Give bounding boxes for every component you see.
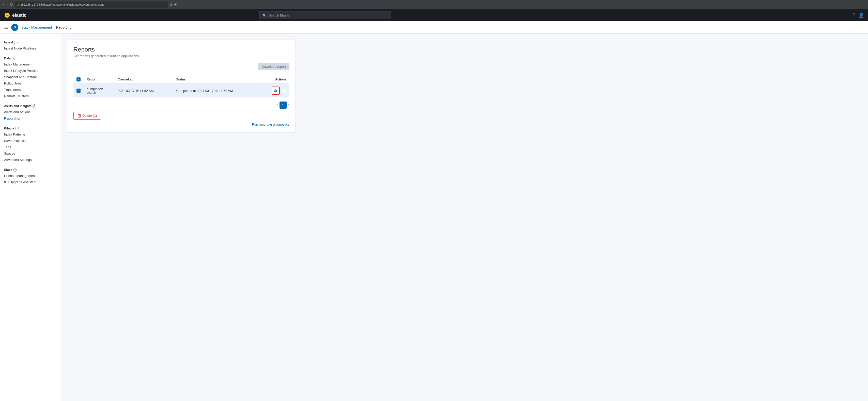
sidebar-section-title-data: Data ? (0, 55, 61, 61)
elastic-logo-icon: e (4, 12, 10, 18)
delete-icon (78, 114, 81, 118)
elastic-logo-text: elastic (12, 13, 26, 18)
reports-table: ✓ Report Created at Status Actions ✓ (73, 75, 289, 97)
sidebar-item-upgrade-assistant[interactable]: 8.0 Upgrade Assistant (0, 179, 61, 185)
breadcrumb-parent[interactable]: Stack Management (21, 25, 52, 29)
actions-container: i (264, 87, 286, 95)
security-warning-icon: ⚠ (17, 3, 20, 6)
row-download-button[interactable] (272, 87, 280, 95)
sidebar-section-stack: Stack ? License Management 8.0 Upgrade A… (0, 166, 61, 185)
breadcrumb-separator: / (54, 25, 55, 29)
download-report-button[interactable]: Download report (258, 63, 289, 70)
help-icon-kibana[interactable]: ? (15, 127, 19, 130)
delete-button[interactable]: Delete (1) (73, 112, 101, 120)
report-actions-cell: i (260, 84, 289, 97)
reports-title: Reports (73, 46, 289, 53)
sidebar-section-title-kibana: Kibana ? (0, 125, 61, 131)
url-bar[interactable]: ⚠ 192.168.1.171:5601/app/management/insi… (15, 2, 168, 8)
col-header-created-at: Created at (115, 75, 173, 84)
search-icon: 🔍 (262, 13, 267, 17)
row-checkbox[interactable]: ✓ (76, 89, 81, 93)
table-row: ✓ dumpindex search 2021-03-17 @ 11:52 AM… (73, 84, 289, 97)
diagnostics-link[interactable]: Run reporting diagnostics (73, 123, 289, 126)
svg-text:e: e (6, 14, 8, 17)
ext-icon-1: ⊕ (170, 3, 173, 7)
sidebar: Ingest ? Ingest Node Pipelines Data ? In… (0, 34, 61, 401)
kibana-topnav: e elastic 🔍 Search Elastic ? 👤 (0, 9, 868, 21)
sidebar-item-alerts-and-actions[interactable]: Alerts and Actions (0, 109, 61, 115)
pagination-page-1[interactable]: 1 (280, 102, 287, 109)
main-layout: Ingest ? Ingest Node Pipelines Data ? In… (0, 34, 868, 401)
elastic-logo[interactable]: e elastic (4, 12, 26, 18)
help-icon[interactable]: ? (853, 13, 855, 18)
report-name-secondary: search (87, 91, 112, 94)
ext-icon-2: ★ (174, 3, 177, 7)
browser-back[interactable]: ‹ (3, 3, 4, 7)
table-header-actions: Download report (73, 63, 289, 73)
sidebar-item-advanced-settings[interactable]: Advanced Settings (0, 157, 61, 163)
url-text: 192.168.1.171:5601/app/management/insigh… (21, 3, 104, 6)
sidebar-section-title-alerts: Alerts and Insights ? (0, 102, 61, 109)
report-name-cell: dumpindex search (84, 84, 115, 97)
pagination-next[interactable]: › (288, 103, 289, 107)
sidebar-item-spaces[interactable]: Spaces (0, 150, 61, 157)
sidebar-section-data: Data ? Index Management Index Lifecycle … (0, 55, 61, 99)
sidebar-item-ingest-node-pipelines[interactable]: Ingest Node Pipelines (0, 45, 61, 52)
search-placeholder: Search Elastic (269, 13, 290, 17)
help-icon-data[interactable]: ? (12, 57, 15, 60)
sidebar-item-index-lifecycle[interactable]: Index Lifecycle Policies (0, 68, 61, 74)
select-all-checkbox[interactable]: ✓ (76, 77, 81, 81)
sidebar-item-snapshot-restore[interactable]: Snapshot and Restore (0, 74, 61, 80)
sidebar-section-title-ingest: Ingest ? (0, 39, 61, 45)
download-icon (274, 89, 277, 92)
sidebar-section-kibana: Kibana ? Index Patterns Saved Objects Ta… (0, 125, 61, 163)
pagination-prev[interactable]: ‹ (276, 103, 278, 107)
topnav-right-icons: ? 👤 (853, 12, 864, 18)
sidebar-item-saved-objects[interactable]: Saved Objects (0, 138, 61, 144)
breadcrumb: Stack Management / Reporting (21, 25, 71, 29)
row-checkbox-cell: ✓ (73, 84, 84, 97)
content-area: Reports Get reports generated in Kibana … (61, 34, 868, 401)
user-icon[interactable]: 👤 (858, 12, 864, 18)
sidebar-item-remote-clusters[interactable]: Remote Clusters (0, 93, 61, 99)
search-bar[interactable]: 🔍 Search Elastic (259, 11, 391, 19)
sub-header: ☰ D Stack Management / Reporting (0, 21, 868, 34)
help-icon-stack[interactable]: ? (13, 168, 17, 172)
browser-refresh[interactable]: ↻ (10, 3, 13, 7)
help-icon-alerts[interactable]: ? (33, 104, 36, 108)
pagination: ‹ 1 › (73, 102, 289, 109)
reports-panel: Reports Get reports generated in Kibana … (67, 40, 296, 133)
col-header-report: Report (84, 75, 115, 84)
sidebar-item-reporting[interactable]: Reporting (0, 115, 61, 122)
col-header-checkbox: ✓ (73, 75, 84, 84)
sidebar-section-title-stack: Stack ? (0, 166, 61, 173)
breadcrumb-current: Reporting (56, 25, 72, 29)
reports-subtitle: Get reports generated in Kibana applicat… (73, 54, 289, 58)
col-header-actions: Actions (260, 75, 289, 84)
table-header-row: ✓ Report Created at Status Actions (73, 75, 289, 84)
report-name-primary: dumpindex (87, 87, 112, 91)
browser-forward[interactable]: › (6, 3, 8, 7)
report-created-at: 2021-03-17 @ 11:52 AM (115, 84, 173, 97)
sidebar-item-license-management[interactable]: License Management (0, 173, 61, 179)
sidebar-section-ingest: Ingest ? Ingest Node Pipelines (0, 39, 61, 52)
report-status: Completed at 2021-03-17 @ 11:52 AM (173, 84, 260, 97)
delete-button-label: Delete (1) (82, 114, 97, 118)
hamburger-menu[interactable]: ☰ (4, 25, 8, 30)
browser-chrome: ‹ › ↻ ⚠ 192.168.1.171:5601/app/managemen… (0, 0, 868, 9)
avatar: D (11, 24, 18, 31)
col-header-status: Status (173, 75, 260, 84)
browser-extensions: ⊕ ★ (170, 3, 177, 7)
sidebar-section-alerts: Alerts and Insights ? Alerts and Actions… (0, 102, 61, 122)
sidebar-item-rollup-jobs[interactable]: Rollup Jobs (0, 80, 61, 87)
sidebar-item-transforms[interactable]: Transforms (0, 87, 61, 93)
sidebar-item-index-patterns[interactable]: Index Patterns (0, 131, 61, 138)
sidebar-item-index-management[interactable]: Index Management (0, 61, 61, 68)
sidebar-item-tags[interactable]: Tags (0, 144, 61, 150)
help-icon-ingest[interactable]: ? (14, 41, 18, 44)
row-info-button[interactable]: i (281, 88, 286, 93)
